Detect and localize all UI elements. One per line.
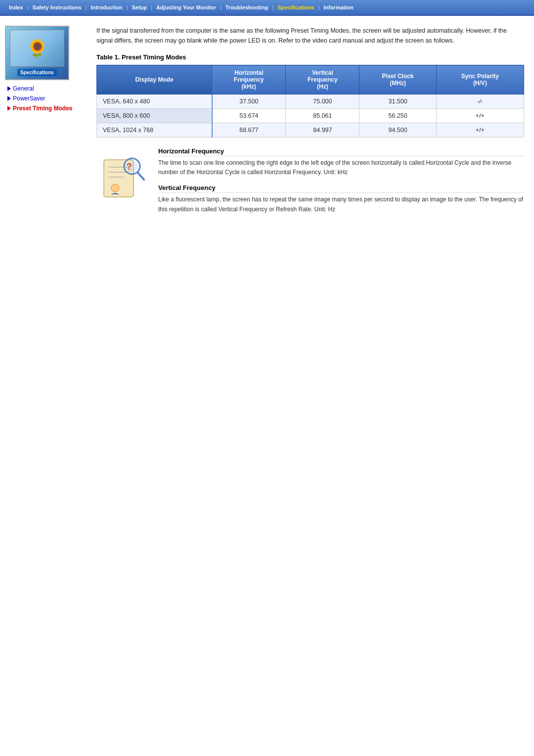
info-item-horizontal: Horizontal Frequency The time to scan on… (158, 147, 524, 177)
navigation-bar: Index | Safety Instructions | Introducti… (0, 0, 534, 16)
cell-v-freq: 85.061 (286, 109, 359, 123)
nav-safety[interactable]: Safety Instructions (29, 3, 86, 12)
info-vertical-title: Vertical Frequency (158, 184, 524, 193)
table-title: Table 1. Preset Timing Modes (96, 53, 524, 61)
content-area: If the signal transferred from the compu… (91, 26, 524, 221)
sidebar-item-general[interactable]: General (7, 85, 87, 92)
intro-text: If the signal transferred from the compu… (96, 26, 524, 46)
info-horizontal-title: Horizontal Frequency (158, 147, 524, 156)
table-row: VESA, 640 x 480 37.500 75.000 31.500 -/- (97, 94, 524, 109)
info-vertical-text: Like a fluorescent lamp, the screen has … (158, 195, 524, 214)
sidebar-navigation: General PowerSaver Preset Timing Modes (5, 85, 87, 112)
sidebar-logo: 🌻 Specifications (5, 26, 69, 80)
table-row: VESA, 1024 x 768 68.677 84.997 94.500 +/… (97, 123, 524, 138)
cell-v-freq: 84.997 (286, 123, 359, 138)
table-header-pixel-clock: Pixel Clock(MHz) (359, 65, 436, 94)
info-section: ? Horizontal Frequency The time to scan … (96, 147, 524, 221)
table-header-h-freq: HorizontalFrequency(kHz) (212, 65, 286, 94)
info-content: Horizontal Frequency The time to scan on… (158, 147, 524, 221)
flower-icon: 🌻 (26, 38, 48, 59)
nav-specifications[interactable]: Specifications (273, 3, 318, 12)
cell-v-freq: 75.000 (286, 94, 359, 109)
main-container: 🌻 Specifications General PowerSaver Pres… (0, 16, 534, 231)
sidebar-label-preset: Preset Timing Modes (13, 105, 72, 112)
nav-index[interactable]: Index (5, 3, 27, 12)
illustration-svg: ? (96, 147, 151, 202)
table-header-v-freq: VerticalFrequency(Hz) (286, 65, 359, 94)
cell-display-mode: VESA, 640 x 480 (97, 94, 212, 109)
cell-sync: +/+ (436, 109, 524, 123)
sidebar-label-powersaver: PowerSaver (13, 95, 45, 102)
nav-troubleshooting[interactable]: Troubleshooting (222, 3, 272, 12)
svg-line-6 (137, 172, 144, 180)
timing-table: Display Mode HorizontalFrequency(kHz) Ve… (96, 65, 524, 138)
logo-inner: 🌻 (10, 30, 64, 67)
info-item-vertical: Vertical Frequency Like a fluorescent la… (158, 184, 524, 214)
nav-adjusting[interactable]: Adjusting Your Monitor (152, 3, 220, 12)
arrow-icon-preset (7, 106, 11, 111)
sidebar-label-general: General (13, 85, 34, 92)
sidebar-item-preset-timing[interactable]: Preset Timing Modes (7, 105, 87, 112)
arrow-icon-powersaver (7, 96, 11, 101)
cell-sync: +/+ (436, 123, 524, 138)
sidebar: 🌻 Specifications General PowerSaver Pres… (5, 26, 91, 221)
nav-information[interactable]: Information (319, 3, 357, 12)
cell-pixel-clock: 94.500 (359, 123, 436, 138)
cell-display-mode: VESA, 800 x 600 (97, 109, 212, 123)
nav-introduction[interactable]: Introduction (87, 3, 126, 12)
arrow-icon-general (7, 86, 11, 91)
table-row: VESA, 800 x 600 53.674 85.061 56.250 +/+ (97, 109, 524, 123)
sidebar-item-powersaver[interactable]: PowerSaver (7, 95, 87, 102)
cell-h-freq: 53.674 (212, 109, 286, 123)
sidebar-logo-label: Specifications (17, 69, 57, 76)
info-illustration: ? (96, 147, 151, 202)
nav-setup[interactable]: Setup (128, 3, 151, 12)
cell-h-freq: 68.677 (212, 123, 286, 138)
cell-pixel-clock: 31.500 (359, 94, 436, 109)
svg-text:?: ? (127, 162, 132, 172)
table-header-sync: Sync Polarity(H/V) (436, 65, 524, 94)
cell-h-freq: 37.500 (212, 94, 286, 109)
cell-pixel-clock: 56.250 (359, 109, 436, 123)
svg-point-8 (111, 184, 119, 192)
cell-display-mode: VESA, 1024 x 768 (97, 123, 212, 138)
table-header-display-mode: Display Mode (97, 65, 212, 94)
info-horizontal-text: The time to scan one line connecting the… (158, 158, 524, 177)
cell-sync: -/- (436, 94, 524, 109)
